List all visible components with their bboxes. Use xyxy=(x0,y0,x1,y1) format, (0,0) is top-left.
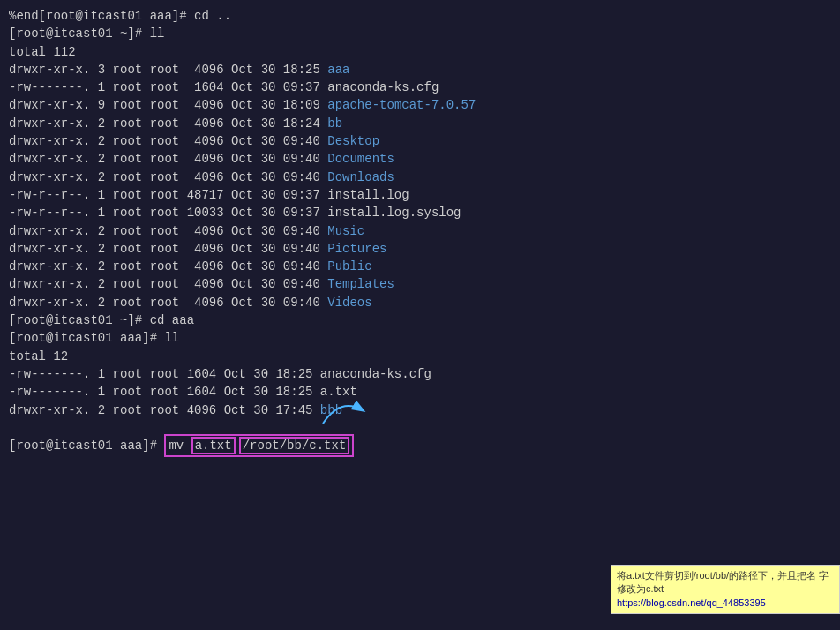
annotation-text: 将a.txt文件剪切到/root/bb/的路径下，并且把名 字修改为c.txt xyxy=(617,570,829,594)
terminal-line-2: [root@itcast01 ~]# ll xyxy=(9,25,831,42)
prompt-mv: [root@itcast01 aaa]# xyxy=(9,437,164,454)
ls-row-aaa: drwxr-xr-x. 3 root root 4096 Oct 30 18:2… xyxy=(9,61,831,79)
ls2-row-bbb: drwxr-xr-x. 2 root root 4096 Oct 30 17:4… xyxy=(9,401,831,419)
ls-row-install-log-syslog: -rw-r--r--. 1 root root 10033 Oct 30 09:… xyxy=(9,204,831,221)
ls2-row-anaconda: -rw-------. 1 root root 1604 Oct 30 18:2… xyxy=(9,365,831,383)
ls-row-pictures: drwxr-xr-x. 2 root root 4096 Oct 30 09:4… xyxy=(9,240,831,258)
ls-row-public: drwxr-xr-x. 2 root root 4096 Oct 30 09:4… xyxy=(9,258,831,275)
mv-command-highlight: mv a.txt/root/bb/c.txt xyxy=(164,434,354,457)
terminal-line-total: total 112 xyxy=(9,43,831,61)
ls-row-documents: drwxr-xr-x. 2 root root 4096 Oct 30 09:4… xyxy=(9,150,831,168)
terminal-line-1: %end[root@itcast01 aaa]# cd .. xyxy=(9,7,831,25)
terminal-line-ll2: [root@itcast01 aaa]# ll xyxy=(9,329,831,347)
ls-row-install-log: -rw-r--r--. 1 root root 48717 Oct 30 09:… xyxy=(9,186,831,204)
ls-row-downloads: drwxr-xr-x. 2 root root 4096 Oct 30 09:4… xyxy=(9,169,831,186)
ls-row-templates: drwxr-xr-x. 2 root root 4096 Oct 30 09:4… xyxy=(9,275,831,293)
arrow-annotation xyxy=(363,419,407,473)
annotation-url: https://blog.csdn.net/qq_44853395 xyxy=(617,597,766,608)
mv-dest: /root/bb/c.txt xyxy=(239,437,350,454)
mv-source: a.txt xyxy=(191,437,236,454)
annotation-box: 将a.txt文件剪切到/root/bb/的路径下，并且把名 字修改为c.txt … xyxy=(611,565,840,614)
ls-row-bb: drwxr-xr-x. 2 root root 4096 Oct 30 18:2… xyxy=(9,115,831,132)
ls-row-desktop: drwxr-xr-x. 2 root root 4096 Oct 30 09:4… xyxy=(9,132,831,150)
ls-row-tomcat: drwxr-xr-x. 9 root root 4096 Oct 30 18:0… xyxy=(9,96,831,114)
terminal-line-cd-aaa: [root@itcast01 ~]# cd aaa xyxy=(9,311,831,329)
terminal-window: %end[root@itcast01 aaa]# cd .. [root@itc… xyxy=(0,0,840,630)
ls-row-videos: drwxr-xr-x. 2 root root 4096 Oct 30 09:4… xyxy=(9,294,831,311)
ls2-row-atxt: -rw-------. 1 root root 1604 Oct 30 18:2… xyxy=(9,383,831,401)
terminal-total-12: total 12 xyxy=(9,348,831,365)
ls-row-anaconda: -rw-------. 1 root root 1604 Oct 30 09:3… xyxy=(9,79,831,96)
ls-row-music: drwxr-xr-x. 2 root root 4096 Oct 30 09:4… xyxy=(9,222,831,240)
terminal-last-line: [root@itcast01 aaa]# mv a.txt/root/bb/c.… xyxy=(9,419,831,473)
arrow-svg xyxy=(314,393,367,428)
